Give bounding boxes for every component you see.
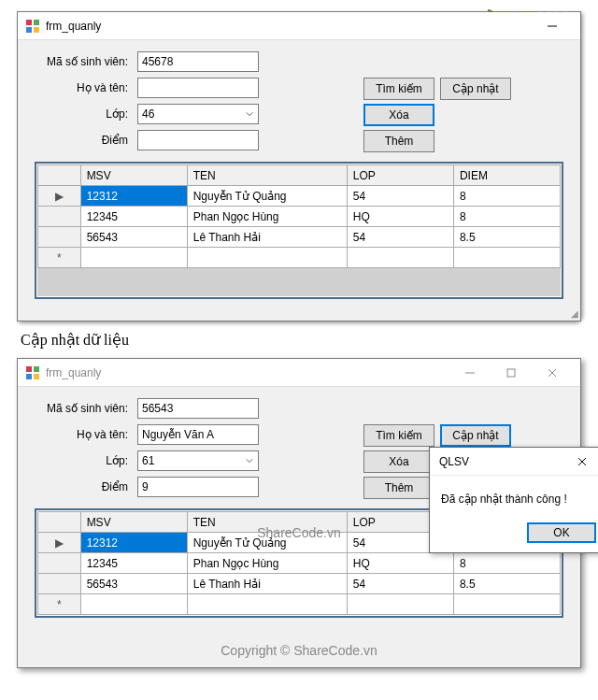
diem-input[interactable] [137, 130, 259, 150]
dialog-ok-button[interactable]: OK [527, 522, 596, 543]
resize-grip-icon[interactable]: ◢ [571, 308, 578, 319]
ten-input[interactable] [137, 424, 259, 445]
grid-header-row: MSV TEN LOP DIEM [38, 165, 561, 186]
section-caption: Cập nhật dữ liệu [21, 331, 577, 349]
svg-rect-2 [26, 27, 32, 33]
ten-input[interactable] [137, 78, 259, 98]
delete-button[interactable]: Xóa [363, 104, 434, 126]
label-lop: Lớp: [35, 454, 128, 467]
svg-rect-5 [26, 366, 32, 372]
add-button[interactable]: Thêm [363, 130, 434, 152]
lop-select[interactable]: 46 [137, 104, 259, 124]
update-button[interactable]: Cập nhật [440, 78, 511, 100]
msv-input[interactable] [137, 398, 259, 419]
search-button[interactable]: Tìm kiếm [363, 78, 434, 100]
svg-rect-8 [34, 374, 39, 379]
col-lop[interactable]: LOP [347, 165, 453, 186]
table-row-new[interactable]: * [38, 248, 561, 268]
window-title: frm_quanly [46, 20, 101, 33]
close-button[interactable] [532, 360, 573, 386]
minimize-button[interactable] [532, 13, 573, 39]
dialog-title: QLSV [439, 455, 469, 468]
window-title: frm_quanly [46, 366, 101, 379]
col-msv[interactable]: MSV [80, 165, 187, 186]
lop-select[interactable]: 61 [137, 450, 259, 471]
svg-rect-10 [507, 369, 515, 377]
svg-rect-0 [26, 20, 32, 25]
svg-rect-3 [34, 27, 39, 33]
dialog-message: Đã cập nhật thành công ! [430, 476, 598, 513]
diem-input[interactable] [137, 477, 259, 497]
table-row[interactable]: 12345Phan Ngọc HùngHQ8 [38, 207, 561, 227]
col-diem[interactable]: DIEM [453, 165, 560, 186]
label-msv: Mã số sinh viên: [35, 55, 128, 68]
svg-rect-7 [26, 374, 32, 379]
app-icon [25, 19, 40, 34]
copyright-text: Copyright © ShareCode.vn [18, 643, 580, 658]
app-icon [25, 365, 40, 380]
svg-rect-6 [34, 366, 39, 372]
update-button[interactable]: Cập nhật [440, 424, 511, 447]
data-grid[interactable]: MSV TEN LOP DIEM ▶12312Nguyễn Tử Quảng54… [35, 162, 563, 299]
message-dialog: QLSV Đã cập nhật thành công ! OK [429, 447, 598, 553]
col-ten[interactable]: TEN [187, 512, 347, 533]
maximize-button[interactable] [491, 360, 532, 386]
window-frm-quanly-1: SHARECODE frm_quanly Mã số sinh viên: Họ… [17, 11, 581, 321]
minimize-button[interactable] [449, 360, 491, 386]
label-diem: Điểm [35, 134, 128, 147]
label-ten: Họ và tên: [35, 81, 128, 94]
add-button[interactable]: Thêm [363, 477, 434, 499]
table-row[interactable]: 56543Lê Thanh Hải548.5 [38, 574, 561, 594]
label-diem: Điểm [35, 480, 128, 493]
svg-rect-1 [34, 20, 39, 25]
delete-button[interactable]: Xóa [363, 450, 434, 473]
msv-input[interactable] [137, 51, 259, 72]
table-row-new[interactable]: * [38, 594, 561, 615]
table-row[interactable]: ▶12312Nguyễn Tử Quảng548 [38, 186, 561, 207]
chevron-down-icon[interactable] [241, 451, 258, 470]
window-frm-quanly-2: frm_quanly Mã số sinh viên: Họ và tên: L… [17, 358, 581, 668]
table-row[interactable]: 56543Lê Thanh Hải548.5 [38, 227, 561, 248]
label-msv: Mã số sinh viên: [35, 402, 128, 415]
dialog-close-button[interactable] [568, 448, 596, 476]
table-row[interactable]: 12345Phan Ngọc HùngHQ8 [38, 553, 561, 574]
search-button[interactable]: Tìm kiếm [363, 424, 434, 447]
col-ten[interactable]: TEN [187, 165, 347, 186]
label-ten: Họ và tên: [35, 428, 128, 441]
col-msv[interactable]: MSV [80, 512, 187, 533]
titlebar: frm_quanly [18, 12, 580, 40]
label-lop: Lớp: [35, 107, 128, 121]
chevron-down-icon[interactable] [241, 105, 258, 123]
titlebar: frm_quanly [18, 359, 580, 387]
